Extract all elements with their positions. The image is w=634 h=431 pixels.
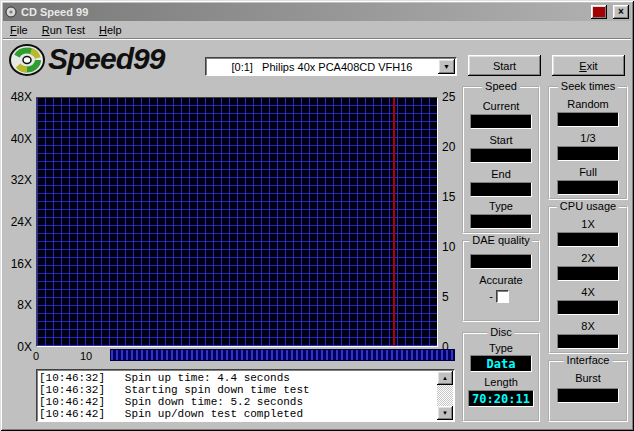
window-title: CD Speed 99 xyxy=(21,6,88,18)
cd-logo-icon xyxy=(6,42,46,80)
exit-button[interactable]: Exit xyxy=(552,55,625,76)
log-line: [10:46:32] Starting spin down time test xyxy=(39,384,437,396)
seek-third-label: 1/3 xyxy=(550,132,626,144)
x-axis-progress-bar xyxy=(110,349,455,361)
minimize-button[interactable] xyxy=(591,5,607,19)
y-axis-right-label: 20 xyxy=(442,140,462,154)
scroll-down-icon: ▼ xyxy=(442,410,448,416)
dae-accurate-value: - xyxy=(444,290,538,302)
x-axis-label: 10 xyxy=(74,350,98,362)
speed-start-display xyxy=(470,148,532,163)
menu-run-test[interactable]: Run Test xyxy=(35,22,92,38)
dae-accurate-checkbox[interactable] xyxy=(496,290,509,303)
start-button[interactable]: Start xyxy=(468,55,541,76)
speed-start-label: Start xyxy=(464,134,538,146)
cpu-2x-display xyxy=(557,266,619,281)
menu-help[interactable]: Help xyxy=(92,22,129,38)
disc-panel-title: Disc xyxy=(487,326,514,338)
scroll-up-button[interactable]: ▲ xyxy=(437,371,453,385)
cpu-8x-display xyxy=(557,334,619,349)
interface-burst-label: Burst xyxy=(550,372,626,384)
y-axis-label: 48X xyxy=(0,90,32,104)
disc-panel: Disc Type Data Length 70:20:11 xyxy=(462,332,540,422)
disc-type-label: Type xyxy=(464,342,538,354)
interface-burst-display xyxy=(557,388,619,403)
close-icon: × xyxy=(618,7,624,17)
log-line: [10:46:32] Spin up time: 4.4 seconds xyxy=(39,372,437,384)
speed-current-display xyxy=(470,114,532,129)
y-axis-right-label: 15 xyxy=(442,190,462,204)
speed-chart-plot xyxy=(36,97,438,347)
seek-full-label: Full xyxy=(550,166,626,178)
dae-quality-panel-title: DAE quality xyxy=(469,234,532,246)
x-axis-label: 0 xyxy=(24,350,48,362)
app-icon xyxy=(5,6,17,18)
y-axis-label: 8X xyxy=(0,298,32,312)
interface-panel: Interface Burst xyxy=(548,360,628,422)
scroll-up-icon: ▲ xyxy=(442,375,448,381)
log-line: [10:46:42] Spin up/down test completed xyxy=(39,408,437,419)
disc-type-display: Data xyxy=(470,355,532,372)
menu-bar: File Run Test Help xyxy=(3,21,631,39)
cpu-1x-display xyxy=(557,232,619,247)
drive-selector[interactable]: [0:1] Philips 40x PCA408CD VFH16 ▼ xyxy=(205,57,457,76)
app-window: CD Speed 99 × File Run Test Help Speed99… xyxy=(0,0,634,431)
seek-times-panel: Seek times Random 1/3 Full xyxy=(548,86,628,200)
speed-end-display xyxy=(470,182,532,197)
y-axis-label: 24X xyxy=(0,215,32,229)
close-button[interactable]: × xyxy=(613,5,629,19)
cpu-4x-label: 4X xyxy=(550,286,626,298)
app-logo-text: Speed99 xyxy=(48,42,164,76)
seek-random-label: Random xyxy=(550,98,626,110)
test-log-listbox[interactable]: [10:46:32] Spin up time: 4.4 seconds [10… xyxy=(36,369,455,422)
speed-current-label: Current xyxy=(464,100,538,112)
y-axis-label: 32X xyxy=(0,173,32,187)
cpu-4x-display xyxy=(557,300,619,315)
disc-length-label: Length xyxy=(464,376,538,388)
title-bar: CD Speed 99 × xyxy=(3,3,631,21)
scroll-down-button[interactable]: ▼ xyxy=(437,406,453,420)
cpu-8x-label: 8X xyxy=(550,320,626,332)
menu-file[interactable]: File xyxy=(3,22,35,38)
chevron-down-icon[interactable]: ▼ xyxy=(438,59,455,74)
y-axis-label: 40X xyxy=(0,132,32,146)
log-line: [10:46:42] Spin down time: 5.2 seconds xyxy=(39,396,437,408)
speed-panel: Speed Current Start End Type xyxy=(462,86,540,234)
y-axis-right-label: 10 xyxy=(442,240,462,254)
speed-end-label: End xyxy=(464,168,538,180)
drive-selector-value: [0:1] Philips 40x PCA408CD VFH16 xyxy=(206,61,438,73)
y-axis-right-label: 25 xyxy=(442,90,462,104)
disc-end-marker-line xyxy=(393,98,395,346)
dae-accurate-label: Accurate xyxy=(464,274,538,286)
speed-panel-title: Speed xyxy=(482,80,520,92)
speed-type-label: Type xyxy=(464,200,538,212)
seek-third-display xyxy=(557,146,619,161)
interface-panel-title: Interface xyxy=(564,354,613,366)
disc-length-display: 70:20:11 xyxy=(468,390,534,407)
cpu-1x-label: 1X xyxy=(550,218,626,230)
y-axis-label: 16X xyxy=(0,257,32,271)
seek-times-panel-title: Seek times xyxy=(558,80,618,92)
test-log-lines: [10:46:32] Spin up time: 4.4 seconds [10… xyxy=(39,372,437,419)
cpu-usage-panel-title: CPU usage xyxy=(557,200,619,212)
dae-quality-display xyxy=(470,254,532,269)
dae-quality-panel: DAE quality Accurate - xyxy=(462,240,540,322)
speed-type-display xyxy=(470,214,532,229)
cpu-usage-panel: CPU usage 1X 2X 4X 8X xyxy=(548,206,628,354)
log-scrollbar[interactable]: ▲ ▼ xyxy=(437,371,453,420)
seek-full-display xyxy=(557,180,619,195)
seek-random-display xyxy=(557,112,619,127)
cpu-2x-label: 2X xyxy=(550,252,626,264)
